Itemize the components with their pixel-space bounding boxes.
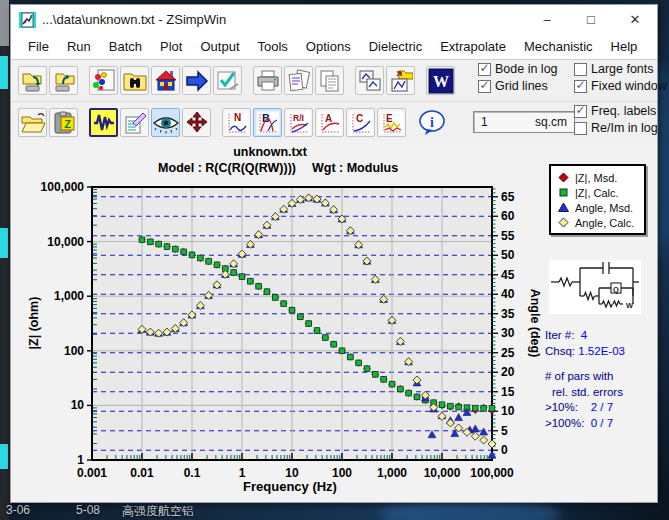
svg-text:Z: Z — [64, 117, 71, 129]
svg-text:Q: Q — [613, 285, 619, 294]
info-icon: i — [418, 110, 446, 136]
menu-mechanistic[interactable]: Mechanistic — [515, 36, 602, 57]
svg-text:W: W — [433, 73, 449, 90]
checkbox-box[interactable] — [574, 105, 587, 118]
notepad-pencil-icon — [123, 111, 147, 135]
diamond-outline-marker-icon — [558, 217, 569, 228]
home-icon — [154, 69, 178, 93]
pars-gt100: >100%: 0 / 7 — [545, 416, 665, 432]
pan-zoom-button[interactable] — [182, 108, 211, 137]
circuit-icon: Q W — [549, 260, 641, 314]
window-title: ...\data\unknown.txt - ZSimpWin — [42, 12, 525, 27]
admittance-plot-button[interactable]: A — [315, 108, 344, 137]
binoculars-folder-icon — [123, 69, 147, 93]
capacitance-plot-button[interactable]: C — [346, 108, 375, 137]
legend-item: Angle, Msd. — [558, 200, 639, 215]
chi-squared: Chsq: 1.52E-03 — [545, 344, 665, 360]
print-preview-button[interactable] — [284, 66, 313, 95]
menu-bar: File Run Batch Plot Output Tools Options… — [11, 34, 657, 60]
chart-windows-icon — [358, 69, 382, 93]
nyquist-plot-button[interactable]: N — [222, 108, 251, 137]
info-button[interactable]: i — [417, 108, 446, 137]
blue-arrow-icon — [185, 69, 209, 93]
electrode-area-field[interactable]: sq.cm — [473, 111, 575, 133]
menu-extrapolate[interactable]: Extrapolate — [431, 36, 515, 57]
toolbar-row-1: W Bode in log Grid lines Large fonts — [11, 60, 657, 102]
menu-tools[interactable]: Tools — [249, 36, 297, 57]
checkbox-box[interactable] — [478, 63, 491, 76]
screen: 3-06 5-08 高强度航空铝 ...\data\unknown.txt - … — [0, 0, 669, 520]
menu-run[interactable]: Run — [58, 36, 100, 57]
restore-config-button[interactable] — [18, 66, 47, 95]
validate-fit-button[interactable] — [213, 66, 242, 95]
checkbox-box[interactable] — [574, 122, 587, 135]
checkbox-box[interactable] — [478, 80, 491, 93]
molecules-icon — [92, 69, 116, 93]
svg-text:i: i — [430, 115, 434, 130]
export-plot-button[interactable] — [386, 66, 415, 95]
save-config-button[interactable] — [49, 66, 78, 95]
bode-icon: B — [256, 111, 280, 135]
checkbox-freq-labels[interactable]: Freq. labels — [574, 104, 658, 118]
error-plot-button[interactable]: E — [377, 108, 406, 137]
menu-dielectric[interactable]: Dielectric — [360, 36, 431, 57]
checkbox-bode-in-log[interactable]: Bode in log — [478, 62, 558, 76]
nyquist-icon: N — [225, 111, 249, 135]
print-button[interactable] — [253, 66, 282, 95]
open-data-file-button[interactable] — [18, 108, 47, 137]
checkbox-re-im-in-log[interactable]: Re/Im in log — [574, 121, 658, 135]
edit-notes-button[interactable] — [120, 108, 149, 137]
waveform-icon — [93, 112, 115, 134]
wallpaper-text: 高强度航空铝 — [122, 503, 194, 520]
checkbox-box[interactable] — [574, 63, 587, 76]
re-im-plot-button[interactable]: R/I — [284, 108, 313, 137]
word-export-button[interactable]: W — [426, 66, 455, 95]
equivalent-circuit-diagram: Q W — [549, 260, 641, 314]
admittance-icon: A — [318, 111, 342, 135]
model-library-button[interactable] — [89, 66, 118, 95]
area-input[interactable] — [481, 115, 503, 129]
checkbox-large-fonts[interactable]: Large fonts — [574, 62, 667, 76]
wallpaper-text: 5-08 — [76, 503, 100, 517]
menu-file[interactable]: File — [19, 36, 58, 57]
legend-item: |Z|, Calc. — [558, 185, 639, 200]
svg-text:E: E — [386, 113, 393, 124]
find-data-button[interactable] — [120, 66, 149, 95]
svg-text:N: N — [234, 112, 241, 123]
legend-item: Angle, Calc. — [558, 215, 639, 230]
checkbox-box[interactable] — [574, 80, 587, 93]
cascade-plots-button[interactable] — [355, 66, 384, 95]
open-folder-icon — [20, 111, 46, 135]
re-im-icon: R/I — [287, 111, 311, 135]
plot-legend: |Z|, Msd. |Z|, Calc. Angle, Msd. Angle, … — [549, 164, 646, 235]
word-icon: W — [428, 68, 454, 94]
menu-help[interactable]: Help — [602, 36, 647, 57]
clipboard-z-icon: Z — [52, 111, 76, 135]
menu-options[interactable]: Options — [297, 36, 360, 57]
checkbox-grid-lines[interactable]: Grid lines — [478, 79, 558, 93]
bode-plot-button[interactable]: B — [253, 108, 282, 137]
next-step-button[interactable] — [182, 66, 211, 95]
copy-report-button[interactable] — [315, 66, 344, 95]
desktop-left-strip — [0, 0, 9, 520]
svg-text:R/I: R/I — [293, 113, 304, 123]
folder-arrow-icon — [21, 69, 45, 93]
plot-option-group-1: Bode in log Grid lines — [478, 62, 558, 93]
menu-plot[interactable]: Plot — [151, 36, 191, 57]
minimize-button[interactable]: – — [525, 5, 569, 34]
capacitance-icon: C — [349, 111, 373, 135]
folder-arrow-icon — [52, 69, 76, 93]
checkbox-fixed-window[interactable]: Fixed window — [574, 79, 667, 93]
fit-statistics: Iter #: 4 Chsq: 1.52E-03 # of pars with … — [545, 328, 665, 431]
title-bar[interactable]: ...\data\unknown.txt - ZSimpWin – □ ✕ — [11, 5, 657, 34]
menu-output[interactable]: Output — [191, 36, 248, 57]
maximize-button[interactable]: □ — [569, 5, 613, 34]
signal-view-button[interactable] — [89, 108, 118, 137]
view-data-button[interactable] — [151, 108, 180, 137]
close-button[interactable]: ✕ — [613, 5, 657, 34]
plot-option-group-3: Freq. labels Re/Im in log — [574, 104, 658, 135]
menu-batch[interactable]: Batch — [100, 36, 151, 57]
svg-text:C: C — [356, 113, 363, 124]
home-button[interactable] — [151, 66, 180, 95]
paste-z-data-button[interactable]: Z — [49, 108, 78, 137]
